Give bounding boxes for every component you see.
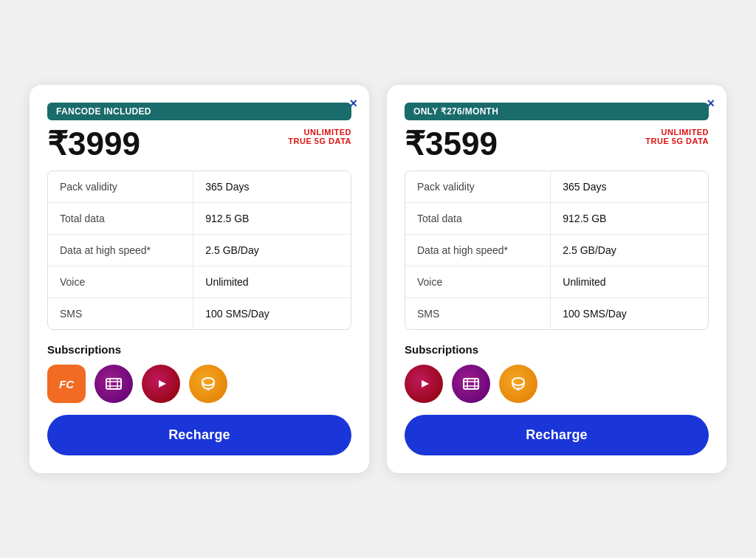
table-cell-value: 912.5 GB: [551, 203, 708, 235]
subscription-icon-zee5: [452, 365, 490, 403]
table-row: VoiceUnlimited: [405, 266, 708, 298]
subscription-icon-youtube: [405, 365, 443, 403]
svg-rect-11: [464, 379, 478, 389]
table-cell-label: Total data: [405, 203, 551, 235]
price-row: ₹3599UNLIMITEDTRUE 5G DATA: [405, 128, 709, 160]
table-cell-value: 365 Days: [193, 171, 351, 203]
plan-badge: ONLY ₹276/MONTH: [405, 103, 709, 120]
details-table: Pack validity365 DaysTotal data912.5 GBD…: [48, 171, 351, 329]
cards-container: ×FANCODE INCLUDED₹3999UNLIMITEDTRUE 5G D…: [7, 63, 749, 495]
subscriptions-section: Subscriptions: [405, 343, 709, 403]
table-row: Total data912.5 GB: [405, 203, 708, 235]
table-row: SMS100 SMS/Day: [405, 298, 708, 330]
true5g-text: TRUE 5G DATA: [645, 137, 709, 145]
subscription-icon-zee5: [94, 365, 133, 403]
table-row: VoiceUnlimited: [48, 266, 351, 298]
svg-point-7: [202, 378, 214, 385]
recharge-button[interactable]: Recharge: [47, 415, 351, 455]
true5g-text: TRUE 5G DATA: [288, 137, 351, 145]
table-cell-label: Pack validity: [405, 171, 551, 203]
subscriptions-icons: [405, 365, 709, 403]
table-cell-label: Voice: [405, 266, 551, 298]
table-cell-value: 365 Days: [551, 171, 708, 203]
unlimited-label: UNLIMITEDTRUE 5G DATA: [645, 128, 709, 145]
svg-point-16: [512, 378, 524, 385]
table-row: Pack validity365 Days: [405, 171, 708, 203]
subscriptions-title: Subscriptions: [405, 343, 709, 356]
plan-badge: FANCODE INCLUDED: [47, 103, 351, 120]
table-row: Data at high speed*2.5 GB/Day: [48, 235, 351, 266]
plan-card-2: ×ONLY ₹276/MONTH₹3599UNLIMITEDTRUE 5G DA…: [387, 85, 726, 473]
subscriptions-title: Subscriptions: [47, 343, 351, 356]
table-cell-label: Data at high speed*: [48, 235, 193, 266]
subscription-icon-youtube: [142, 365, 180, 403]
table-cell-label: Data at high speed*: [405, 235, 551, 266]
unlimited-text: UNLIMITED: [288, 128, 351, 137]
table-cell-label: Voice: [48, 266, 193, 298]
subscription-icon-fancode: FC: [47, 365, 86, 403]
price-row: ₹3999UNLIMITEDTRUE 5G DATA: [47, 128, 351, 160]
recharge-button[interactable]: Recharge: [405, 415, 709, 455]
details-table: Pack validity365 DaysTotal data912.5 GBD…: [405, 171, 708, 329]
table-row: Pack validity365 Days: [48, 171, 351, 203]
table-row: Data at high speed*2.5 GB/Day: [405, 235, 708, 266]
youtube-play-icon: [415, 375, 433, 393]
table-cell-value: 912.5 GB: [193, 203, 351, 235]
table-cell-label: SMS: [48, 298, 193, 330]
plan-price: ₹3599: [405, 128, 498, 160]
table-cell-value: Unlimited: [551, 266, 708, 298]
subscriptions-icons: FC: [47, 365, 351, 403]
wynk-music-icon: [509, 374, 528, 393]
unlimited-label: UNLIMITEDTRUE 5G DATA: [288, 128, 351, 145]
table-row: SMS100 SMS/Day: [48, 298, 351, 330]
table-cell-value: Unlimited: [193, 266, 351, 298]
table-cell-value: 100 SMS/Day: [193, 298, 351, 330]
zee5-icon: [104, 374, 123, 393]
zee5-icon: [461, 374, 481, 393]
fancode-label: FC: [59, 378, 74, 390]
close-button[interactable]: ×: [707, 97, 715, 110]
table-cell-value: 2.5 GB/Day: [193, 235, 351, 266]
svg-point-17: [517, 388, 520, 390]
table-cell-label: Total data: [48, 203, 193, 235]
svg-marker-10: [422, 380, 429, 388]
details-table-wrap: Pack validity365 DaysTotal data912.5 GBD…: [405, 170, 709, 330]
plan-card-1: ×FANCODE INCLUDED₹3999UNLIMITEDTRUE 5G D…: [30, 85, 369, 473]
youtube-play-icon: [152, 375, 170, 393]
close-button[interactable]: ×: [349, 97, 357, 110]
details-table-wrap: Pack validity365 DaysTotal data912.5 GBD…: [47, 170, 351, 330]
unlimited-text: UNLIMITED: [645, 128, 709, 137]
plan-price: ₹3999: [47, 128, 140, 160]
table-cell-value: 2.5 GB/Day: [551, 235, 708, 266]
table-cell-value: 100 SMS/Day: [551, 298, 708, 330]
table-cell-label: SMS: [405, 298, 551, 330]
svg-marker-6: [159, 380, 166, 388]
table-cell-label: Pack validity: [48, 171, 193, 203]
svg-rect-0: [106, 379, 121, 389]
subscriptions-section: SubscriptionsFC: [47, 343, 351, 403]
table-row: Total data912.5 GB: [48, 203, 351, 235]
subscription-icon-wynk: [499, 365, 537, 403]
wynk-music-icon: [199, 374, 218, 393]
svg-point-8: [207, 388, 210, 390]
subscription-icon-wynk: [189, 365, 227, 403]
